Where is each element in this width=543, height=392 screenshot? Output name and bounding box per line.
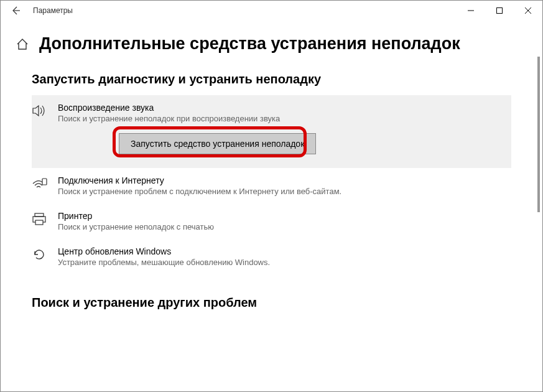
titlebar: Параметры <box>1 1 542 21</box>
speaker-icon <box>32 103 48 123</box>
svg-rect-2 <box>35 213 44 217</box>
troubleshoot-item-windows-update[interactable]: Центр обновления Windows Устраните пробл… <box>32 239 511 274</box>
item-title: Принтер <box>58 211 511 221</box>
item-title: Воспроизведение звука <box>58 103 511 113</box>
header-row: Дополнительные средства устранения непол… <box>1 21 542 54</box>
wifi-icon <box>32 175 48 196</box>
section-other: Поиск и устранение других проблем <box>1 274 542 310</box>
item-title: Центр обновления Windows <box>58 246 511 256</box>
svg-rect-0 <box>497 8 503 14</box>
scroll-thumb[interactable] <box>537 57 540 212</box>
window-controls <box>457 1 542 21</box>
printer-icon <box>32 211 48 231</box>
home-icon[interactable] <box>16 37 29 51</box>
svg-rect-1 <box>42 179 47 185</box>
item-desc: Поиск и устранение проблем с подключение… <box>58 187 511 196</box>
troubleshoot-item-printer[interactable]: Принтер Поиск и устранение неполадок с п… <box>32 203 511 239</box>
troubleshoot-item-audio[interactable]: Воспроизведение звука Поиск и устранение… <box>32 95 511 168</box>
close-button[interactable] <box>514 1 542 21</box>
app-title: Параметры <box>33 6 73 15</box>
section-diagnostics: Запустить диагностику и устранить непола… <box>1 54 542 274</box>
maximize-button[interactable] <box>485 1 514 21</box>
section-title: Запустить диагностику и устранить непола… <box>32 72 511 86</box>
item-desc: Поиск и устранение неполадок с печатью <box>58 222 511 231</box>
minimize-button[interactable] <box>457 1 485 21</box>
item-desc: Устраните проблемы, мешающие обновлению … <box>58 258 511 267</box>
item-title: Подключения к Интернету <box>58 175 511 185</box>
run-troubleshooter-button[interactable]: Запустить средство устранения неполадок <box>119 133 316 154</box>
scrollbar[interactable] <box>535 57 542 212</box>
refresh-icon <box>32 246 48 267</box>
content-area: Дополнительные средства устранения непол… <box>1 21 542 391</box>
back-button[interactable] <box>11 6 21 16</box>
svg-rect-4 <box>35 220 43 225</box>
item-desc: Поиск и устранение неполадок при воспрои… <box>58 114 511 123</box>
section-title: Поиск и устранение других проблем <box>32 296 511 310</box>
troubleshoot-item-internet[interactable]: Подключения к Интернету Поиск и устранен… <box>32 168 511 203</box>
page-title: Дополнительные средства устранения непол… <box>39 34 460 54</box>
